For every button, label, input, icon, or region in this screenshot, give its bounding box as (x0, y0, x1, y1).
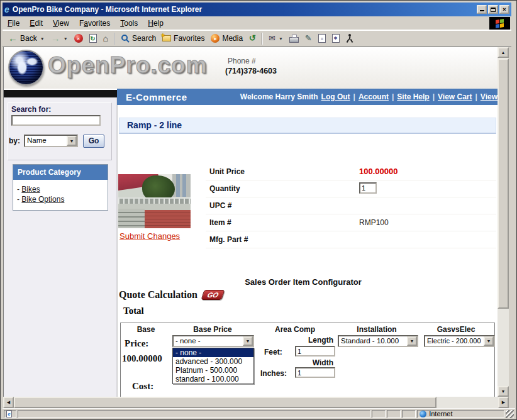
windows-flag-icon (496, 19, 504, 28)
status-page-pane: e (4, 410, 16, 418)
edit-button[interactable]: ✎ (302, 33, 315, 44)
scroll-up-button[interactable]: ▲ (498, 47, 509, 58)
forward-button[interactable]: → ▼ (48, 33, 71, 44)
maximize-icon (491, 8, 496, 12)
menu-view[interactable]: View (48, 18, 74, 29)
scroll-down-button[interactable]: ▼ (498, 386, 509, 397)
vertical-scroll-thumb[interactable] (498, 58, 509, 309)
base-price-value: 100.00000 (122, 353, 162, 364)
column-header-base: Base (121, 325, 171, 334)
minimize-button[interactable] (477, 5, 487, 14)
maximize-button[interactable] (488, 5, 498, 14)
search-input[interactable] (11, 115, 101, 126)
logout-link[interactable]: Log Out (321, 92, 350, 101)
base-price-dropdown-list: - none - advanced - 300.000 Platnum - 50… (172, 348, 254, 384)
openpro-globe-icon (8, 50, 44, 86)
site-help-link[interactable]: Site Help (397, 92, 429, 101)
chevron-down-icon[interactable]: ▼ (407, 336, 417, 346)
resize-grip[interactable] (506, 410, 514, 418)
close-button[interactable]: × (499, 5, 509, 14)
forward-dropdown-icon[interactable]: ▼ (64, 36, 68, 41)
print-button[interactable] (286, 33, 302, 44)
windows-logo (489, 17, 510, 30)
gasvselec-select[interactable]: Electric - 200.000 ▼ (424, 335, 495, 347)
unit-price-row: Unit Price 100.00000 (206, 163, 496, 180)
go-button[interactable]: Go (83, 135, 104, 148)
scroll-right-button[interactable]: ▶ (498, 397, 509, 408)
mail-button[interactable]: ✉ ▼ (265, 33, 286, 44)
dropdown-option-advanced[interactable]: advanced - 300.000 (173, 357, 253, 366)
refresh-button[interactable]: ↻ (86, 33, 100, 44)
status-pane (402, 410, 416, 418)
dropdown-option-standard[interactable]: standard - 100.000 (173, 375, 253, 384)
messenger-button[interactable] (343, 33, 357, 44)
base-price-selected-value: - none - (175, 337, 201, 345)
horizontal-scroll-thumb[interactable] (14, 397, 436, 408)
history-button[interactable]: ↺ (246, 33, 259, 44)
home-button[interactable]: ⌂ (100, 33, 111, 44)
sidebar-item-bike-options[interactable]: Bike Options (21, 195, 64, 204)
print-icon (289, 37, 299, 43)
menu-favorites[interactable]: Favorites (74, 18, 115, 29)
menu-help[interactable]: Help (143, 18, 169, 29)
menu-edit[interactable]: Edit (25, 18, 48, 29)
feet-input[interactable] (295, 346, 335, 356)
discuss-button[interactable]: ≡ (315, 33, 329, 44)
ie-document-icon: e (6, 411, 12, 417)
scroll-left-button[interactable]: ◀ (3, 397, 14, 408)
unit-price-label: Unit Price (209, 167, 245, 176)
quantity-input[interactable] (359, 182, 377, 194)
vertical-scrollbar[interactable]: ▲ ▼ (498, 47, 509, 397)
dropdown-option-platnum[interactable]: Platnum - 500.000 (173, 366, 253, 375)
horizontal-scrollbar[interactable]: ◀ ▶ (3, 397, 509, 408)
ecommerce-bar: E-Commerce Welcome Harry Smith Log Out |… (117, 89, 498, 105)
base-price-select[interactable]: - none - ▼ (172, 335, 254, 347)
category-item: - Bike Options (17, 195, 104, 204)
chevron-down-icon[interactable]: ▼ (484, 336, 494, 346)
chevron-down-icon[interactable]: ▼ (243, 336, 253, 346)
window-title: OpenPro Bike Company - Microsoft Interne… (13, 5, 477, 14)
stop-button[interactable]: × (71, 33, 86, 44)
inches-input[interactable] (295, 367, 335, 378)
product-category-panel: Product Category - Bikes - Bike Options (13, 164, 108, 211)
chevron-down-icon[interactable]: ▼ (67, 136, 77, 146)
mail-dropdown-icon[interactable]: ▼ (279, 36, 283, 41)
search-button[interactable]: Search (118, 33, 159, 44)
status-bar: e Internet (3, 408, 515, 419)
installation-select[interactable]: Standard - 10.000 ▼ (338, 335, 418, 347)
quantity-row: Quantity (206, 180, 496, 197)
sidebar-item-bikes[interactable]: Bikes (21, 185, 40, 194)
menu-file[interactable]: File (3, 18, 25, 29)
favorites-label: Favorites (174, 34, 204, 43)
product-image (118, 174, 191, 228)
view-link[interactable]: View (481, 92, 498, 101)
installation-selected-value: Standard - 10.000 (341, 337, 399, 345)
item-label: Item # (209, 218, 231, 227)
menu-tools[interactable]: Tools (115, 18, 143, 29)
inches-label: Inches: (260, 369, 287, 378)
quote-go-button[interactable]: GO (201, 290, 225, 300)
back-icon: ← (8, 34, 18, 43)
unit-price-value: 100.00000 (359, 167, 397, 176)
back-dropdown-icon[interactable]: ▼ (40, 36, 45, 41)
refresh-icon: ↻ (89, 34, 97, 43)
dropdown-option-none[interactable]: - none - (173, 348, 253, 357)
forward-icon: → (51, 34, 60, 43)
upc-row: UPC # (206, 197, 496, 214)
phone-label: Phone # (228, 57, 256, 65)
submit-changes-link[interactable]: Submit Changes (120, 231, 180, 241)
search-by-select[interactable]: Name ▼ (24, 135, 78, 147)
back-button[interactable]: ← Back ▼ (5, 33, 48, 44)
column-header-installation: Installation (336, 325, 418, 334)
account-link[interactable]: Account (359, 92, 389, 101)
view-cart-link[interactable]: View Cart (438, 92, 472, 101)
length-label: Length (254, 336, 333, 345)
research-button[interactable]: ✱ (329, 33, 343, 44)
category-item: - Bikes (17, 185, 104, 194)
discuss-icon: ≡ (318, 34, 326, 43)
quantity-label: Quantity (209, 184, 240, 193)
favorites-button[interactable]: ★ Favorites (159, 33, 208, 44)
link-divider: | (353, 92, 355, 101)
column-header-gasvselec: GasvsElec (416, 325, 496, 334)
media-button[interactable]: ▸ Media (208, 33, 246, 44)
